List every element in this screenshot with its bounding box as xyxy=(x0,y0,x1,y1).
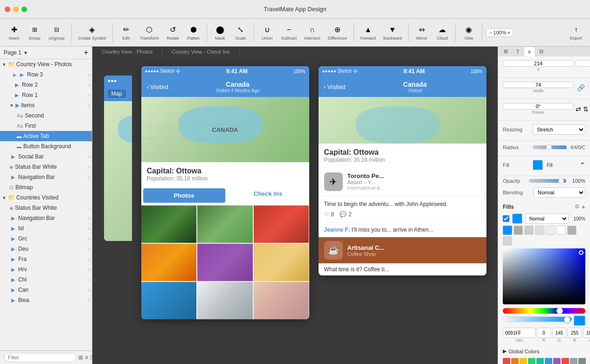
forward-tool[interactable]: ▲ Forward xyxy=(358,23,379,42)
swatch-lighter2[interactable] xyxy=(503,236,512,246)
intersect-tool[interactable]: ∩ Intersect xyxy=(301,23,323,42)
current-color-box[interactable] xyxy=(574,316,585,326)
insert-tool[interactable]: ✚ Insert xyxy=(5,23,23,42)
list-icon[interactable]: ≡ xyxy=(85,354,88,361)
hue-slider[interactable] xyxy=(503,308,585,314)
sidebar-item-navigation-bar[interactable]: ▶ Navigation Bar › xyxy=(0,172,92,182)
ungroup-tool[interactable]: ⊟ Ungroup xyxy=(46,23,68,42)
phone1-checkins-tab[interactable]: Check Ins xyxy=(227,186,309,205)
page-selector[interactable]: Page 1 ▼ xyxy=(4,49,28,56)
blending-select[interactable]: Normal xyxy=(534,187,585,198)
swatch-lightest[interactable] xyxy=(546,226,555,235)
rotate-input[interactable] xyxy=(503,103,574,110)
phone1-photos-tab[interactable]: Photos xyxy=(143,188,225,203)
phone2-back-button[interactable]: ‹ Visited xyxy=(324,83,346,90)
sidebar-item-button-bg[interactable]: ▬ Button Background xyxy=(0,141,92,151)
fill-swatch[interactable] xyxy=(512,213,522,224)
sidebar-item-country-view-photos[interactable]: ▼ 📁 Country View - Photos xyxy=(0,59,92,69)
fill-blending-select[interactable]: Normal xyxy=(525,213,569,224)
sidebar-item-social-bar[interactable]: ▶ Social Bar › xyxy=(0,151,92,162)
subtract-tool[interactable]: − Subtract xyxy=(278,23,300,42)
a-input[interactable] xyxy=(583,328,590,338)
sidebar-item-can[interactable]: ▶ Can › xyxy=(0,285,92,295)
color-opacity-slider[interactable] xyxy=(503,316,572,322)
sidebar-item-isl[interactable]: ▶ Isl › xyxy=(0,223,92,234)
phone1-back-button[interactable]: ‹ Visited xyxy=(147,83,168,90)
g-input[interactable] xyxy=(552,328,566,338)
b-input[interactable] xyxy=(568,328,582,338)
create-symbol-tool[interactable]: ◈ Create Symbol xyxy=(76,23,109,42)
sidebar-item-chl[interactable]: ▶ Chl › xyxy=(0,275,92,285)
resizing-select[interactable]: Stretch xyxy=(533,124,585,135)
group-tool[interactable]: ⊞ Group xyxy=(25,23,44,42)
sidebar-item-second[interactable]: Aa Second xyxy=(0,110,92,121)
minimize-button[interactable] xyxy=(13,7,19,12)
scale-tool[interactable]: ⤡ Scale xyxy=(231,23,250,42)
sidebar-item-row3[interactable]: ▶ ▶ Row 3 › xyxy=(0,69,92,80)
edit-tool[interactable]: ✏ Edit xyxy=(117,23,135,42)
sidebar-item-fra[interactable]: ▶ Fra › xyxy=(0,254,92,264)
flatten-tool[interactable]: ⬢ Flatten xyxy=(184,23,203,42)
sidebar-item-navigation-bar-2[interactable]: ▶ Navigation Bar › xyxy=(0,213,92,223)
mirror-tool[interactable]: ⇔ Mirror xyxy=(412,23,431,42)
sidebar-item-first[interactable]: Aa First xyxy=(0,121,92,131)
global-color[interactable] xyxy=(536,358,544,364)
close-button[interactable] xyxy=(5,7,10,12)
global-color[interactable] xyxy=(520,358,527,364)
swatch-lightgray[interactable] xyxy=(524,226,534,235)
radius-slider[interactable] xyxy=(533,145,567,149)
hex-input[interactable] xyxy=(503,328,535,338)
inspector-tab-align[interactable]: ⊞ xyxy=(500,47,512,56)
position-y-input[interactable] xyxy=(576,60,590,67)
sidebar-item-active-tab[interactable]: ▬ Active Tab xyxy=(0,131,92,141)
global-color[interactable] xyxy=(528,358,535,364)
swatch-mid[interactable] xyxy=(567,226,576,235)
sidebar-item-hrv[interactable]: ▶ Hrv › xyxy=(0,264,92,275)
map-button[interactable]: Map xyxy=(108,89,126,98)
backward-tool[interactable]: ▼ Backward xyxy=(381,23,405,42)
sidebar-item-items[interactable]: ▼ ▶ Items › xyxy=(0,100,92,110)
fill-checkbox[interactable] xyxy=(503,215,509,222)
swatch-blue[interactable] xyxy=(503,226,512,235)
global-color[interactable] xyxy=(503,358,510,364)
global-color[interactable] xyxy=(553,358,561,364)
cloud-tool[interactable]: ☁ Cloud xyxy=(433,23,451,42)
sidebar-item-bwa[interactable]: ▶ Bwa › xyxy=(0,295,92,305)
union-tool[interactable]: ∪ Union xyxy=(258,23,277,42)
view-tool[interactable]: ◉ View xyxy=(459,23,478,42)
r-input[interactable] xyxy=(537,328,551,338)
add-page-icon[interactable]: + xyxy=(84,48,88,57)
sidebar-item-deu[interactable]: ▶ Deu › xyxy=(0,244,92,254)
sidebar-item-countries-visited[interactable]: ▼ 📁 Countries Visited xyxy=(0,192,92,203)
sidebar-item-bitmap[interactable]: ⊡ Bitmap xyxy=(0,182,92,192)
sidebar-item-status-bar-white-2[interactable]: ◈ Status Bar White › xyxy=(0,203,92,213)
maximize-button[interactable] xyxy=(21,7,27,12)
sidebar-item-row1[interactable]: ▶ Row 1 › xyxy=(0,90,92,100)
width-input[interactable] xyxy=(503,82,574,88)
rotate-tool[interactable]: ↺ Rotate xyxy=(164,23,182,42)
filter-input[interactable] xyxy=(4,353,76,362)
inspector-tab-arrange[interactable]: ⊟ xyxy=(535,47,547,56)
height-input[interactable] xyxy=(588,82,590,88)
position-x-input[interactable] xyxy=(503,60,574,67)
global-colors-header[interactable]: ▶ Global Colors xyxy=(498,346,590,356)
fill-color-swatch[interactable] xyxy=(533,160,543,170)
swatch-gray[interactable] xyxy=(514,226,523,235)
global-color[interactable] xyxy=(562,358,569,364)
global-color[interactable] xyxy=(545,358,552,364)
opacity-slider[interactable] xyxy=(529,179,566,183)
canvas-tab-checkins[interactable]: Country View - Check Ins xyxy=(162,48,239,55)
sidebar-item-row2[interactable]: ▶ Row 2 › xyxy=(0,80,92,90)
flip-v-icon[interactable]: ⇅ xyxy=(583,105,589,113)
grid-icon[interactable]: ⊞ xyxy=(78,354,83,361)
sidebar-item-grc[interactable]: ▶ Grc › xyxy=(0,234,92,244)
inspector-tab-style[interactable]: ≡ xyxy=(524,47,534,56)
fill-options-icon[interactable]: ⌃ xyxy=(580,161,585,169)
fills-add-icon[interactable]: + xyxy=(582,203,585,211)
inspector-tab-type[interactable]: T xyxy=(513,47,523,56)
gradient-preview[interactable] xyxy=(503,248,585,304)
fills-settings-icon[interactable]: ⚙ xyxy=(575,203,580,211)
difference-tool[interactable]: ⊕ Difference xyxy=(325,23,350,42)
swatch-lighter[interactable] xyxy=(535,226,544,235)
global-color[interactable] xyxy=(578,358,586,364)
